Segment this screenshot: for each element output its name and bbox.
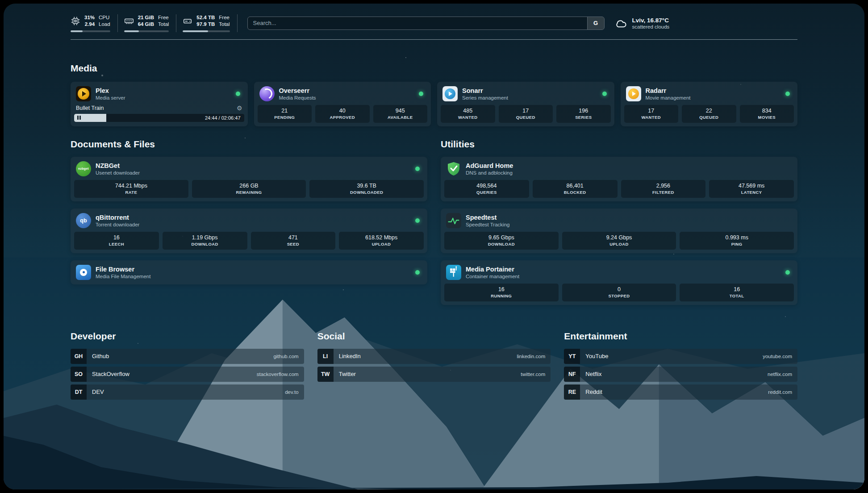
service-desc: Media server [96,95,125,100]
top-bar: 31% 2.94 CPU Load [71,4,797,32]
stat-value: 945 [396,108,405,114]
service-name: Plex [96,87,125,94]
stat-label: PING [731,242,743,246]
bookmark-name: StackOverflow [92,371,129,377]
stat-label: APPROVED [330,115,355,120]
service-card-nzbget[interactable]: nzbget NZBGet Usenet downloader 744.21 M… [71,157,427,201]
pause-icon[interactable] [77,114,81,122]
bookmark-linkedin[interactable]: LI LinkedIn linkedin.com [317,349,551,364]
service-card-radarr[interactable]: Radarr Movie management 17 WANTED 22 QUE… [621,82,798,126]
bookmark-url: youtube.com [763,354,792,359]
plex-player-bar[interactable]: 24:44 / 02:06:47 [74,114,244,122]
stat-tile: 39.6 TB DOWNLOADED [309,180,424,198]
stat-tile: 618.52 Mbps UPLOAD [339,232,424,250]
stat-value: 22 [706,108,712,114]
disk-total: 97.9 TB [196,21,215,28]
bookmark-youtube[interactable]: YT YouTube youtube.com [564,349,797,364]
plex-icon [76,86,91,101]
bookmark-url: netflix.com [768,372,792,377]
qbittorrent-icon: qb [76,213,91,228]
stat-tile: 834 MOVIES [740,105,794,123]
disk-icon [183,16,192,26]
service-desc: Torrent downloader [96,222,139,227]
bookmark-name: Reddit [585,389,602,395]
stat-tile: 744.21 Mbps RATE [74,180,188,198]
search-provider-button[interactable]: G [587,17,604,29]
stat-tile: 196 SERIES [556,105,611,123]
service-desc: Usenet downloader [96,170,140,175]
bookmark-name: Netflix [585,371,601,377]
bookmark-abbr: RE [564,384,580,400]
top-divider [71,39,797,40]
bookmark-dev[interactable]: DT DEV dev.to [71,384,304,400]
now-playing-title: Bullet Train [76,105,233,111]
service-desc: DNS and adblocking [466,170,513,175]
ram-progress-bar [124,30,169,32]
service-name: Sonarr [462,87,508,94]
service-card-sonarr[interactable]: Sonarr Series management 485 WANTED 17 Q… [437,82,614,126]
service-card-plex[interactable]: Plex Media server Bullet Train ⚙ 24:44 /… [71,82,248,126]
disk-total-label: Total [219,21,230,28]
bookmark-group-developer: Developer GH Github github.com SO StackO… [71,331,304,402]
disk-free: 52.4 TB [196,14,215,21]
bookmark-name: Twitter [339,371,356,377]
gear-icon[interactable]: ⚙ [237,105,242,111]
bookmark-url: github.com [273,354,298,359]
service-card-speedtest[interactable]: Speedtest Speedtest Tracking 9.65 Gbps D… [441,209,797,253]
service-name: Radarr [646,87,691,94]
stat-tile: 1.19 Gbps DOWNLOAD [163,232,247,250]
service-desc: Series management [462,95,508,100]
stat-value: 16 [498,286,505,292]
stat-label: RATE [125,190,137,195]
stat-tile: 0 STOPPED [562,284,676,301]
bookmark-abbr: TW [317,367,334,382]
stat-label: BLOCKED [564,190,586,195]
stat-label: REMAINING [236,190,262,195]
stat-label: LATENCY [741,190,762,195]
stat-label: AVAILABLE [388,115,413,120]
stat-value: 17 [648,108,654,114]
bookmark-group-social: Social LI LinkedIn linkedin.com TW Twitt… [317,331,551,402]
disk-progress-fill [183,30,208,32]
portainer-icon [446,265,461,280]
search-input[interactable] [248,17,587,29]
sonarr-icon [442,86,458,101]
ram-total-label: Total [158,21,169,28]
bookmark-github[interactable]: GH Github github.com [71,349,304,364]
documents-column: Documents & Files nzbget NZBGet Usenet d… [71,126,427,284]
stat-label: SERIES [575,115,592,120]
radarr-icon [626,86,641,101]
ram-free-label: Free [158,14,169,21]
bookmark-stackoverflow[interactable]: SO StackOverflow stackoverflow.com [71,367,304,382]
stat-label: QUEUED [699,115,718,120]
stat-tile: 266 GB REMAINING [192,180,306,198]
stat-label: FILTERED [652,190,674,195]
stat-label: STOPPED [608,293,630,298]
stat-tile: 498,564 QUERIES [444,180,529,198]
bookmark-netflix[interactable]: NF Netflix netflix.com [564,367,797,382]
stat-value: 485 [463,108,472,114]
speedtest-icon [446,213,461,228]
service-card-portainer[interactable]: Media Portainer Container management 16 … [441,260,797,305]
stat-tile: 86,401 BLOCKED [533,180,618,198]
stat-value: 21 [281,108,288,114]
stat-value: 47.569 ms [739,183,764,189]
status-dot [415,167,420,171]
stat-tile: 9.65 Gbps DOWNLOAD [444,232,559,250]
service-card-overseerr[interactable]: Overseerr Media Requests 21 PENDING 40 A… [254,82,431,126]
service-card-qbittorrent[interactable]: qb qBittorrent Torrent downloader 16 LEE… [71,209,427,253]
service-card-filebrowser[interactable]: File Browser Media File Management [71,260,427,284]
cloud-icon [614,17,628,30]
service-card-adguard[interactable]: AdGuard Home DNS and adblocking 498,564 … [441,157,797,201]
stat-label: UPLOAD [372,242,391,246]
nzbget-icon: nzbget [76,161,91,176]
bookmark-group-title: Entertainment [564,331,797,342]
bookmark-reddit[interactable]: RE Reddit reddit.com [564,384,797,400]
service-desc: Media File Management [96,274,150,279]
bookmark-twitter[interactable]: TW Twitter twitter.com [317,367,551,382]
service-name: qBittorrent [96,214,139,221]
service-desc: Speedtest Tracking [466,222,509,227]
service-desc: Media Requests [279,95,316,100]
stat-value: 498,564 [476,183,497,189]
disk-widget: 52.4 TB 97.9 TB Free Total [183,14,237,32]
